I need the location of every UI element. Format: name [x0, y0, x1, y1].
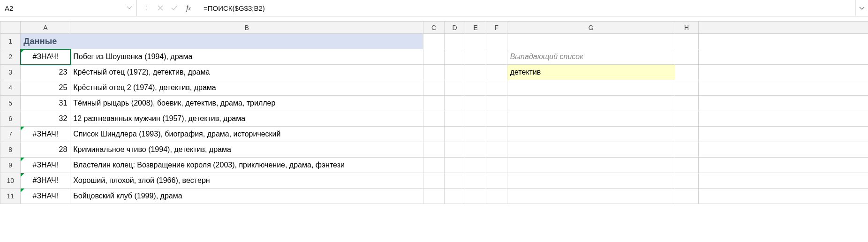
cell-e3[interactable]: [465, 65, 486, 80]
cell-c9[interactable]: [423, 158, 445, 173]
col-header-d[interactable]: D: [444, 22, 465, 34]
col-header-f[interactable]: F: [486, 22, 507, 34]
cell-b6[interactable]: 12 разгневанных мужчин (1957), детектив,…: [70, 111, 423, 127]
cell-e7[interactable]: [465, 127, 486, 142]
cell-f6[interactable]: [486, 111, 507, 127]
cell-b5[interactable]: Тёмный рыцарь (2008), боевик, детектив, …: [70, 96, 423, 111]
cancel-icon[interactable]: [154, 2, 167, 14]
cell-d10[interactable]: [444, 173, 465, 189]
cell-f8[interactable]: [486, 142, 507, 158]
cell-h5[interactable]: [675, 96, 698, 111]
cell-a6[interactable]: 32: [21, 111, 70, 127]
cell-d3[interactable]: [444, 65, 465, 80]
cell-rest7[interactable]: [698, 127, 868, 142]
cell-b2[interactable]: Побег из Шоушенка (1994), драма: [70, 49, 423, 65]
cell-c7[interactable]: [423, 127, 445, 142]
title-cell[interactable]: Данные: [21, 34, 423, 49]
cell-a7[interactable]: #ЗНАЧ!: [21, 127, 70, 142]
cell-g5[interactable]: [507, 96, 675, 111]
cell-rest9[interactable]: [698, 158, 868, 173]
cell-a5[interactable]: 31: [21, 96, 70, 111]
cell-d8[interactable]: [444, 142, 465, 158]
cell-g1[interactable]: [507, 34, 675, 49]
cell-b4[interactable]: Крёстный отец 2 (1974), детектив, драма: [70, 80, 423, 96]
cell-c5[interactable]: [423, 96, 445, 111]
cell-h11[interactable]: [675, 189, 698, 204]
cell-g7[interactable]: [507, 127, 675, 142]
cell-h8[interactable]: [675, 142, 698, 158]
cell-f7[interactable]: [486, 127, 507, 142]
cell-f1[interactable]: [486, 34, 507, 49]
cell-b9[interactable]: Властелин колец: Возвращение короля (200…: [70, 158, 423, 173]
cell-f10[interactable]: [486, 173, 507, 189]
cell-h2[interactable]: [675, 49, 698, 65]
spreadsheet-area[interactable]: A B C D E F G H 1 Данные 2 #ЗНАЧ! По: [0, 16, 868, 242]
row-header-3[interactable]: 3: [0, 65, 21, 80]
cell-e6[interactable]: [465, 111, 486, 127]
cell-c6[interactable]: [423, 111, 445, 127]
row-header-6[interactable]: 6: [0, 111, 21, 127]
col-header-g[interactable]: G: [507, 22, 675, 34]
row-header-7[interactable]: 7: [0, 127, 21, 142]
cell-h7[interactable]: [675, 127, 698, 142]
cell-a9[interactable]: #ЗНАЧ!: [21, 158, 70, 173]
cell-f4[interactable]: [486, 80, 507, 96]
cell-f3[interactable]: [486, 65, 507, 80]
col-header-e[interactable]: E: [465, 22, 486, 34]
cell-c10[interactable]: [423, 173, 445, 189]
cell-b8[interactable]: Криминальное чтиво (1994), детектив, дра…: [70, 142, 423, 158]
formula-input[interactable]: =ПОИСК($G$3;B2): [198, 0, 855, 16]
cell-d4[interactable]: [444, 80, 465, 96]
cell-c11[interactable]: [423, 189, 445, 204]
cell-a3[interactable]: 23: [21, 65, 70, 80]
cell-rest6[interactable]: [698, 111, 868, 127]
cell-b11[interactable]: Бойцовский клуб (1999), драма: [70, 189, 423, 204]
cell-e11[interactable]: [465, 189, 486, 204]
row-header-5[interactable]: 5: [0, 96, 21, 111]
cell-g10[interactable]: [507, 173, 675, 189]
cell-e1[interactable]: [465, 34, 486, 49]
cell-rest1[interactable]: [698, 34, 868, 49]
cell-f5[interactable]: [486, 96, 507, 111]
cell-a2[interactable]: #ЗНАЧ!: [21, 49, 70, 65]
cell-f11[interactable]: [486, 189, 507, 204]
cell-a10[interactable]: #ЗНАЧ!: [21, 173, 70, 189]
cell-g4[interactable]: [507, 80, 675, 96]
row-header-8[interactable]: 8: [0, 142, 21, 158]
cell-d9[interactable]: [444, 158, 465, 173]
cell-e5[interactable]: [465, 96, 486, 111]
cell-c4[interactable]: [423, 80, 445, 96]
cell-a4[interactable]: 25: [21, 80, 70, 96]
cell-e2[interactable]: [465, 49, 486, 65]
cell-a11[interactable]: #ЗНАЧ!: [21, 189, 70, 204]
cell-c3[interactable]: [423, 65, 445, 80]
cell-rest11[interactable]: [698, 189, 868, 204]
row-header-10[interactable]: 10: [0, 173, 21, 189]
col-header-b[interactable]: B: [70, 22, 423, 34]
row-header-4[interactable]: 4: [0, 80, 21, 96]
row-header-1[interactable]: 1: [0, 34, 21, 49]
row-header-9[interactable]: 9: [0, 158, 21, 173]
enter-icon[interactable]: [168, 2, 181, 14]
col-header-rest[interactable]: [698, 22, 868, 34]
cell-rest3[interactable]: [698, 65, 868, 80]
cell-g9[interactable]: [507, 158, 675, 173]
col-header-a[interactable]: A: [21, 22, 70, 34]
cell-h4[interactable]: [675, 80, 698, 96]
cell-g8[interactable]: [507, 142, 675, 158]
cell-h1[interactable]: [675, 34, 698, 49]
cell-d6[interactable]: [444, 111, 465, 127]
col-header-c[interactable]: C: [423, 22, 445, 34]
row-header-2[interactable]: 2: [0, 49, 21, 65]
cell-rest5[interactable]: [698, 96, 868, 111]
cell-h9[interactable]: [675, 158, 698, 173]
cell-h6[interactable]: [675, 111, 698, 127]
cell-h10[interactable]: [675, 173, 698, 189]
cell-f2[interactable]: [486, 49, 507, 65]
select-all-corner[interactable]: [0, 22, 21, 34]
cell-a8[interactable]: 28: [21, 142, 70, 158]
cell-b7[interactable]: Список Шиндлера (1993), биография, драма…: [70, 127, 423, 142]
cell-rest4[interactable]: [698, 80, 868, 96]
cell-d7[interactable]: [444, 127, 465, 142]
formula-bar-expand-icon[interactable]: [855, 0, 868, 16]
